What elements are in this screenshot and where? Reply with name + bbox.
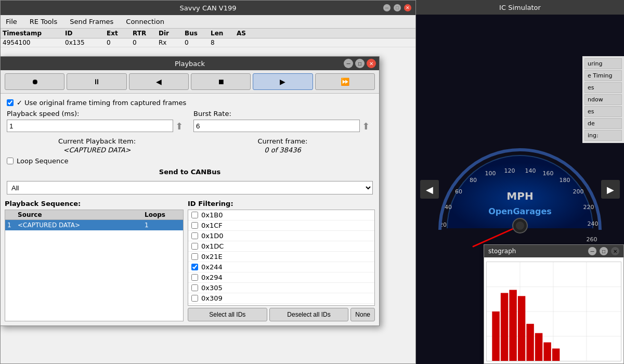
send-row: Send to CANBus bbox=[7, 168, 373, 176]
pb-fastforward-button[interactable]: ⏩ bbox=[315, 73, 375, 90]
svg-text:40: 40 bbox=[445, 204, 452, 211]
id-label-0x305: 0x305 bbox=[201, 284, 223, 292]
savvy-minimize-button[interactable]: ─ bbox=[383, 4, 391, 11]
side-label-ndow[interactable]: ndow bbox=[584, 94, 622, 105]
nav-arrow-right[interactable]: ▶ bbox=[601, 180, 620, 199]
id-checkbox-0x320[interactable] bbox=[191, 305, 198, 306]
side-label-uring[interactable]: uring bbox=[584, 58, 622, 69]
seq-row-source: <CAPTURED DATA> bbox=[18, 222, 145, 229]
id-item-0x244: 0x244 bbox=[188, 262, 374, 272]
savvy-maximize-button[interactable]: □ bbox=[394, 4, 401, 11]
canbus-select[interactable]: All bbox=[7, 181, 373, 194]
svg-rect-34 bbox=[552, 348, 560, 361]
loop-sequence-checkbox[interactable] bbox=[7, 158, 14, 164]
burst-spinner[interactable]: ⬆ bbox=[362, 121, 370, 132]
playback-dialog: Playback ─ □ ✕ ⏺ ⏸ ◀ ⏹ ▶ ⏩ ✓ Use origina… bbox=[0, 56, 380, 326]
pb-rewind-button[interactable]: ◀ bbox=[129, 73, 189, 90]
playback-maximize-button[interactable]: □ bbox=[355, 59, 365, 68]
svg-rect-32 bbox=[535, 333, 542, 361]
id-checkbox-0x1B0[interactable] bbox=[191, 212, 198, 218]
pb-record-button[interactable]: ⏺ bbox=[5, 73, 64, 90]
col-timestamp: Timestamp bbox=[3, 30, 65, 37]
playback-close-button[interactable]: ✕ bbox=[367, 59, 376, 68]
cell-ext: 0 bbox=[107, 39, 133, 46]
menu-send-frames[interactable]: Send Frames bbox=[68, 17, 115, 26]
playback-title-text: Playback bbox=[175, 60, 205, 68]
current-playback-group: Current Playback Item: <CAPTURED DATA> bbox=[7, 137, 187, 154]
id-label-0x1DC: 0x1DC bbox=[201, 242, 224, 250]
menu-connection[interactable]: Connection bbox=[124, 17, 166, 26]
side-label-ing[interactable]: ing: bbox=[584, 130, 622, 141]
col-ext: Ext bbox=[107, 30, 133, 37]
id-checkbox-0x244[interactable] bbox=[191, 264, 198, 270]
current-frame-value: 0 of 38436 bbox=[264, 146, 301, 154]
pb-play-button[interactable]: ▶ bbox=[253, 73, 313, 90]
ic-simulator-title: IC Simulator bbox=[499, 4, 541, 11]
speedometer-svg: 20 40 60 80 100 120 140 160 180 200 220 … bbox=[432, 127, 608, 252]
svg-text:260: 260 bbox=[587, 236, 597, 243]
histogram-maximize-button[interactable]: □ bbox=[600, 247, 608, 255]
pb-pause-button[interactable]: ⏸ bbox=[67, 73, 126, 90]
seq-col-num bbox=[7, 211, 18, 218]
menu-re-tools[interactable]: RE Tools bbox=[28, 17, 59, 26]
id-label-0x309: 0x309 bbox=[201, 294, 223, 302]
id-checkbox-0x21E[interactable] bbox=[191, 253, 198, 260]
histogram-chart bbox=[486, 262, 621, 361]
savvy-close-button[interactable]: ✕ bbox=[404, 4, 411, 11]
none-button[interactable]: None bbox=[350, 308, 375, 321]
seq-col-loops: Loops bbox=[145, 211, 181, 218]
canbus-dropdown: All bbox=[7, 181, 373, 194]
id-checkbox-0x309[interactable] bbox=[191, 295, 198, 302]
id-checkbox-0x305[interactable] bbox=[191, 284, 198, 291]
playback-minimize-button[interactable]: ─ bbox=[344, 59, 353, 68]
histogram-minimize-button[interactable]: ─ bbox=[588, 247, 596, 255]
svg-text:60: 60 bbox=[455, 188, 462, 195]
seq-header: Source Loops bbox=[5, 210, 183, 220]
id-checkbox-0x1CF[interactable] bbox=[191, 222, 198, 229]
speed-input[interactable] bbox=[7, 120, 173, 132]
svg-text:120: 120 bbox=[504, 167, 515, 174]
id-label-0x294: 0x294 bbox=[201, 274, 223, 281]
current-frame-label: Current frame: bbox=[258, 137, 308, 145]
histogram-controls: ─ □ ✕ bbox=[588, 247, 619, 255]
histogram-body bbox=[484, 257, 623, 363]
cell-dir: Rx bbox=[159, 39, 185, 46]
original-timing-checkbox[interactable] bbox=[7, 99, 14, 106]
pb-stop-button[interactable]: ⏹ bbox=[191, 73, 251, 90]
side-label-de[interactable]: de bbox=[584, 118, 622, 129]
id-label-0x1CF: 0x1CF bbox=[201, 222, 223, 229]
burst-input[interactable] bbox=[193, 120, 360, 132]
svg-rect-33 bbox=[543, 342, 551, 361]
bottom-section: Playback Sequence: Source Loops 1 <CAPTU… bbox=[1, 200, 379, 326]
nav-arrow-left[interactable]: ◀ bbox=[420, 180, 439, 199]
savvy-title: Savvy CAN V199 bbox=[180, 4, 237, 12]
speed-label: Playback speed (ms): bbox=[7, 110, 183, 118]
svg-text:OpenGarages: OpenGarages bbox=[488, 206, 552, 216]
id-filter-panel: ID Filtering: 0x1B0 0x1CF 0x1D0 0x1DC bbox=[188, 200, 375, 321]
menu-file[interactable]: File bbox=[4, 17, 19, 26]
id-filter-list[interactable]: 0x1B0 0x1CF 0x1D0 0x1DC 0x21E bbox=[188, 210, 375, 306]
svg-text:80: 80 bbox=[470, 177, 477, 184]
side-label-es1[interactable]: es bbox=[584, 82, 622, 93]
col-bus: Bus bbox=[185, 30, 211, 37]
id-checkbox-0x294[interactable] bbox=[191, 274, 198, 281]
current-info-row: Current Playback Item: <CAPTURED DATA> C… bbox=[7, 137, 373, 154]
histogram-window: stograph ─ □ ✕ bbox=[484, 244, 624, 364]
svg-text:100: 100 bbox=[485, 170, 496, 177]
select-all-button[interactable]: Select all IDs bbox=[188, 308, 267, 321]
svg-rect-30 bbox=[518, 296, 525, 361]
id-checkbox-0x1DC[interactable] bbox=[191, 243, 198, 250]
histogram-title-text: stograph bbox=[488, 248, 516, 255]
seq-row-loops: 1 bbox=[145, 222, 181, 229]
speed-spinner[interactable]: ⬆ bbox=[175, 121, 183, 132]
side-label-timing[interactable]: e Timing bbox=[584, 70, 622, 81]
svg-rect-31 bbox=[526, 324, 534, 361]
cell-timestamp: 4954100 bbox=[3, 39, 65, 46]
deselect-all-button[interactable]: Deselect all IDs bbox=[269, 308, 349, 321]
original-timing-row: ✓ Use original frame timing from capture… bbox=[7, 99, 373, 107]
histogram-close-button[interactable]: ✕ bbox=[611, 247, 619, 255]
seq-row-1[interactable]: 1 <CAPTURED DATA> 1 bbox=[5, 220, 183, 230]
savvy-menu-bar: File RE Tools Send Frames Connection bbox=[1, 15, 415, 29]
side-label-es2[interactable]: es bbox=[584, 106, 622, 117]
id-checkbox-0x1D0[interactable] bbox=[191, 232, 198, 239]
